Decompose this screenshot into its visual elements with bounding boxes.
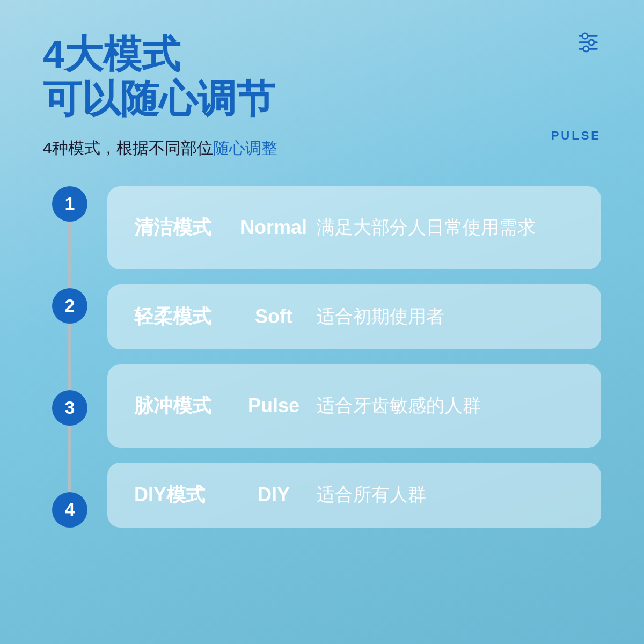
mode-card-2: 轻柔模式 Soft 适合初期使用者 xyxy=(107,284,601,349)
svg-point-4 xyxy=(589,40,594,45)
main-title: 4大模式 可以随心调节 xyxy=(43,32,601,121)
timeline: 1 2 3 4 xyxy=(43,186,97,528)
mode-card-1: 清洁模式 Normal 满足大部分人日常使用需求 xyxy=(107,186,601,269)
mode-2-name-en: Soft xyxy=(231,305,317,328)
pulse-label: PULSE xyxy=(551,129,601,143)
mode-2-desc: 适合初期使用者 xyxy=(317,304,574,330)
mode-card-4: DIY模式 DIY 适合所有人群 xyxy=(107,463,601,528)
connector-3 xyxy=(68,426,71,492)
mode-4-name-en: DIY xyxy=(231,484,317,506)
dot-1: 1 xyxy=(52,186,87,222)
svg-point-3 xyxy=(582,33,588,39)
page-background: 4大模式 可以随心调节 4种模式，根据不同部位随心调整 PULSE 1 2 3 … xyxy=(0,0,644,644)
mode-1-name-en: Normal xyxy=(231,216,317,239)
mode-2-name-cn: 轻柔模式 xyxy=(134,304,231,330)
mode-4-name-cn: DIY模式 xyxy=(134,482,231,508)
dot-3: 3 xyxy=(52,390,87,426)
connector-1 xyxy=(68,222,71,288)
title-line2: 可以随心调节 xyxy=(43,77,601,121)
mode-card-3: 脉冲模式 Pulse 适合牙齿敏感的人群 xyxy=(107,364,601,448)
subtitle: 4种模式，根据不同部位随心调整 xyxy=(43,137,601,159)
mode-3-desc: 适合牙齿敏感的人群 xyxy=(317,393,574,419)
mode-3-name-en: Pulse xyxy=(231,394,317,417)
mode-1-desc: 满足大部分人日常使用需求 xyxy=(317,215,574,240)
cards-column: 清洁模式 Normal 满足大部分人日常使用需求 轻柔模式 Soft 适合初期使… xyxy=(97,186,601,528)
mode-4-desc: 适合所有人群 xyxy=(317,482,574,508)
dot-4: 4 xyxy=(52,492,87,528)
connector-2 xyxy=(68,324,71,390)
subtitle-plain: 4种模式，根据不同部位 xyxy=(43,139,213,157)
svg-point-5 xyxy=(583,46,589,52)
dot-2: 2 xyxy=(52,288,87,324)
subtitle-highlight: 随心调整 xyxy=(213,139,277,157)
mode-3-name-cn: 脉冲模式 xyxy=(134,393,231,419)
mode-1-name-cn: 清洁模式 xyxy=(134,215,231,241)
title-line1: 4大模式 xyxy=(43,32,601,77)
content-area: 1 2 3 4 清洁模式 Normal 满足大部分人日常使用需求 xyxy=(43,186,601,528)
settings-icon[interactable] xyxy=(575,30,601,55)
